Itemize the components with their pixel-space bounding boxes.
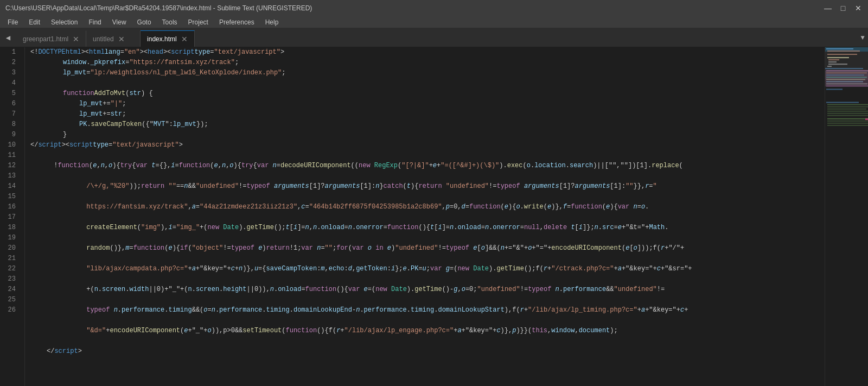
line-num-23: 23	[0, 274, 20, 284]
svg-rect-19	[826, 88, 843, 90]
tab-close-greenpart1[interactable]: ✕	[73, 35, 79, 43]
tab-greenpart1[interactable]: greenpart1.html ✕	[16, 30, 86, 47]
menu-project[interactable]: Project	[184, 17, 213, 27]
line-num-20: 20	[0, 243, 20, 254]
tab-label: greenpart1.html	[23, 35, 68, 43]
code-line-1: <!DOCTYPE html><html lang="en"><head><sc…	[30, 47, 825, 58]
code-line-5: function AddToMvt(str) {	[30, 88, 825, 99]
line-num-26: 26	[0, 305, 20, 315]
svg-rect-20	[826, 102, 859, 103]
code-line-9: }	[30, 130, 825, 140]
line-numbers: 1 2 3 4 5 6 7 8 9 10 11 12 13 14 15 16 1…	[0, 47, 25, 386]
svg-rect-25	[827, 113, 868, 114]
tab-label: untitled	[93, 35, 114, 43]
menu-tools[interactable]: Tools	[158, 17, 182, 27]
code-line-13	[30, 357, 825, 367]
title-bar-left: C:\Users\USER\AppData\Local\Temp\Rar$DRa…	[5, 4, 312, 12]
app-title: C:\Users\USER\AppData\Local\Temp\Rar$DRa…	[5, 4, 312, 12]
line-num-6: 6	[0, 99, 20, 109]
line-num-22: 22	[0, 264, 20, 274]
menu-bar: File Edit Selection Find View Goto Tools…	[0, 16, 868, 28]
line-num-19: 19	[0, 233, 20, 243]
menu-view[interactable]: View	[108, 17, 131, 27]
code-line-10: </script><script type="text/javascript">	[30, 140, 825, 150]
svg-rect-30	[827, 123, 868, 124]
tab-index[interactable]: index.html ✕	[141, 30, 195, 47]
svg-rect-16	[826, 81, 863, 82]
minimize-button[interactable]: —	[824, 4, 832, 12]
line-num-21: 21	[0, 254, 20, 264]
line-num-24: 24	[0, 284, 20, 295]
line-num-13: 13	[0, 171, 20, 181]
title-bar-controls: — □ ✕	[824, 4, 863, 12]
menu-file[interactable]: File	[3, 17, 22, 27]
maximize-button[interactable]: □	[839, 4, 847, 12]
svg-rect-29	[827, 121, 868, 122]
svg-rect-24	[827, 111, 868, 112]
code-line-4	[30, 78, 825, 88]
svg-rect-31	[827, 125, 868, 126]
tab-close-index[interactable]: ✕	[181, 35, 188, 43]
line-num-3: 3	[0, 68, 20, 78]
line-num-5: 5	[0, 88, 20, 99]
close-button[interactable]: ✕	[854, 4, 863, 12]
line-num-4: 4	[0, 78, 20, 88]
tab-label: index.html	[147, 35, 177, 43]
code-area[interactable]: <!DOCTYPE html><html lang="en"><head><sc…	[25, 47, 825, 386]
line-num-7: 7	[0, 109, 20, 119]
minimap-viewport	[825, 47, 868, 80]
svg-rect-22	[827, 106, 868, 107]
menu-edit[interactable]: Edit	[24, 17, 44, 27]
code-line-7: lp_mvt+=str;	[30, 109, 825, 119]
code-line-2: window._pkprefix="https://fantsim.xyz/tr…	[30, 58, 825, 68]
code-line-6: lp_mvt+="|";	[30, 99, 825, 109]
menu-find[interactable]: Find	[84, 17, 105, 27]
svg-rect-18	[826, 85, 868, 86]
line-num-11: 11	[0, 150, 20, 161]
svg-rect-21	[827, 104, 868, 105]
tab-nav-left[interactable]: ◀	[0, 28, 16, 47]
menu-preferences[interactable]: Preferences	[215, 17, 259, 27]
svg-rect-28	[827, 118, 868, 119]
menu-selection[interactable]: Selection	[47, 17, 82, 27]
code-line-3: lp_mvt="lp:/weightloss/nl_ptm_lw16_KetoX…	[30, 68, 825, 78]
line-num-9: 9	[0, 130, 20, 140]
svg-rect-17	[826, 83, 867, 84]
minimap	[825, 47, 868, 386]
line-num-10: 10	[0, 140, 20, 150]
code-line-14	[30, 367, 825, 377]
menu-goto[interactable]: Goto	[133, 17, 156, 27]
code-line-12: </script>	[30, 346, 825, 357]
line-num-12: 12	[0, 161, 20, 171]
line-num-14: 14	[0, 181, 20, 192]
tab-bar: ◀ greenpart1.html ✕ untitled ✕ index.htm…	[0, 28, 868, 47]
menu-help[interactable]: Help	[261, 17, 283, 27]
tab-close-untitled[interactable]: ✕	[118, 35, 125, 43]
line-num-17: 17	[0, 212, 20, 223]
line-num-15: 15	[0, 192, 20, 202]
title-bar: C:\Users\USER\AppData\Local\Temp\Rar$DRa…	[0, 0, 868, 16]
code-line-8: PK.saveCampToken({"MVT":lp_mvt});	[30, 119, 825, 130]
editor-container: 1 2 3 4 5 6 7 8 9 10 11 12 13 14 15 16 1…	[0, 47, 868, 386]
tab-untitled[interactable]: untitled ✕	[86, 30, 141, 47]
line-num-1: 1	[0, 47, 20, 58]
minimap-canvas	[825, 47, 868, 386]
line-num-8: 8	[0, 119, 20, 130]
line-num-2: 2	[0, 58, 20, 68]
svg-rect-26	[827, 115, 868, 116]
code-line-11: !function(e,n,o){try{var t={},i=function…	[30, 150, 757, 346]
line-num-16: 16	[0, 202, 20, 212]
tab-overflow-button[interactable]: ▼	[857, 28, 868, 47]
line-num-25: 25	[0, 295, 20, 305]
svg-rect-23	[827, 109, 866, 110]
code-line-15	[30, 377, 825, 386]
line-num-18: 18	[0, 223, 20, 233]
